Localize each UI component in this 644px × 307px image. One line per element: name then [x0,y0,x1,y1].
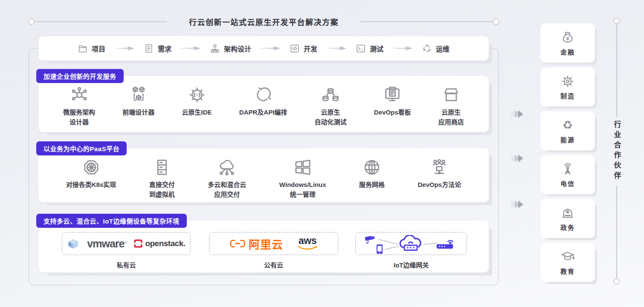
svg-text:¥: ¥ [566,36,569,42]
paas-items: 对接各类K8s实现 直接交付 到虚拟机 多云和混合云 应用交付 Windows/… [38,148,489,199]
aws-logo: aws [298,236,317,251]
recycle-icon: ♻ [560,118,575,133]
partner-label: 电信 [560,179,575,188]
microservice-icon [70,85,89,105]
partner-label: 制造 [560,91,575,100]
dev-services-items: 微服务架构 设计器 前端设计器 云原生IDE DAPR及API编排 云原生 自动… [38,76,489,127]
section-badge: 加速企业创新的开发服务 [36,69,124,83]
cubes-icon [129,85,148,105]
partner-label: 金融 [560,47,575,56]
helm-wheel-icon [81,158,101,177]
line-end-circle [614,278,620,284]
folder-icon [78,43,88,54]
private-cloud-logos: vmware® openstack. [62,232,191,255]
feature-item: 前端设计器 [122,84,154,118]
feature-item: 对接各类K8s实现 [66,157,116,190]
paas-section: 以业务为中心的PaaS平台 对接各类K8s实现 直接交付 到虚拟机 多云和混合云… [38,148,489,202]
arrow-right-icon [393,46,412,51]
triple-chevron-right-icon [513,155,523,162]
title-row: 行云创新一站式云原生开发平台解决方案 [29,16,499,27]
workflow-step-label: 运维 [436,43,450,54]
feature-label: 微服务架构 设计器 [63,108,95,127]
page-title: 行云创新一站式云原生开发平台解决方案 [189,16,339,27]
server-box-icon [67,238,79,250]
feature-item: 多云和混合云 应用交付 [208,157,246,199]
gear-icon [560,74,575,89]
alibaba-mark-icon [230,239,245,248]
public-cloud-logos: 阿里云 aws [209,232,338,255]
environments-section: 支持多云、混合云、IoT边缘侧设备等复杂环境 vmware® openstack… [38,221,489,273]
env-label: 公有云 [264,260,283,269]
dev-services-section: 加速企业创新的开发服务 微服务架构 设计器 前端设计器 云原生IDE DAPR及… [38,76,489,132]
feature-item: 直接交付 到虚拟机 [149,157,175,199]
iot-gateway-icons [355,232,467,255]
feature-label: 前端设计器 [122,108,154,118]
title-divider-line [361,21,493,22]
title-divider-line [35,21,167,22]
feature-item: DevOps看板 [374,84,411,118]
globe-icon [362,158,382,177]
workflow-step-develop: 开发 [290,43,317,54]
partner-card-finance: ¥ 金融 [540,23,595,63]
line-end-circle [614,18,620,24]
partner-rail-line [616,186,617,278]
industry-partner-list: ¥ 金融 制造 ♻ 能源 电信 政务 教育 [540,23,595,282]
alibaba-cloud-logo: 阿里云 [230,236,283,252]
partner-card-government: 政务 [540,199,595,238]
workflow-step-label: 项目 [92,43,105,54]
feature-item: 云原生 应用商店 [438,84,464,127]
partner-rail-title: 行业合作伙伴 [612,121,622,182]
section-badge: 支持多云、混合云、IoT边缘侧设备等复杂环境 [36,214,187,228]
feature-label: 对接各类K8s实现 [66,180,116,190]
partner-label: 教育 [560,267,575,275]
workflow-step-operations: 运维 [422,43,450,54]
iot-gateway-env: IoT边缘网关 [355,232,467,269]
solution-diagram: 行云创新一站式云原生开发平台解决方案 项目 需求 架构设计 开发 测试 [0,0,644,307]
server-rack-icon [152,158,172,177]
line-end-circle [493,19,499,25]
aws-smile-icon [298,246,317,251]
arrow-right-icon [327,46,346,51]
partner-card-telecom: 电信 [540,155,595,194]
workflow-step-label: 架构设计 [224,43,251,54]
partner-card-energy: ♻ 能源 [540,111,595,150]
monitor-board-icon [383,85,402,105]
feature-label: DevOps看板 [374,108,411,118]
workflow-step-test: 测试 [356,43,383,54]
vmware-logo: vmware® [87,238,126,250]
feature-item: DevOps方法论 [418,157,461,190]
feature-item: 云原生 自动化测试 [315,84,347,127]
feature-label: Windows/Linux 统一管理 [279,180,326,199]
triple-chevron-right-icon [513,110,523,118]
partner-label: 能源 [560,135,575,144]
graduation-cap-icon [560,249,575,264]
partner-card-education: 教育 [540,243,595,282]
feature-item: 服务网格 [359,157,385,190]
workflow-step-label: 需求 [158,43,171,54]
wifi-router-icon [436,238,455,250]
workflow-step-label: 测试 [370,43,383,54]
workflow-step-requirements: 需求 [144,43,171,54]
feature-item: Windows/Linux 统一管理 [279,157,326,199]
iot-cloud-icon [397,235,424,252]
arrow-right-icon [181,46,200,51]
partner-card-manufacturing: 制造 [540,67,595,106]
government-icon [560,205,575,221]
section-badge: 以业务为中心的PaaS平台 [36,141,127,155]
workflow-step-architecture: 架构设计 [210,43,251,54]
feature-label: 直接交付 到虚拟机 [149,180,175,199]
feature-label: 云原生 自动化测试 [315,108,347,127]
openstack-logo: openstack. [134,239,185,248]
sitemap-icon [210,43,220,54]
feature-item: 微服务架构 设计器 [63,84,95,127]
database-cluster-icon [321,85,340,105]
storefront-icon [441,85,461,105]
triple-chevron-right-icon [513,201,523,208]
svg-text:♻: ♻ [563,118,573,132]
cctv-camera-icon [364,234,378,245]
feature-label: 多云和混合云 应用交付 [208,180,246,199]
terminal-icon [356,43,366,54]
partner-rail: 行业合作伙伴 [613,18,620,284]
partner-rail-line [616,24,617,117]
workflow-step-label: 开发 [304,43,317,54]
